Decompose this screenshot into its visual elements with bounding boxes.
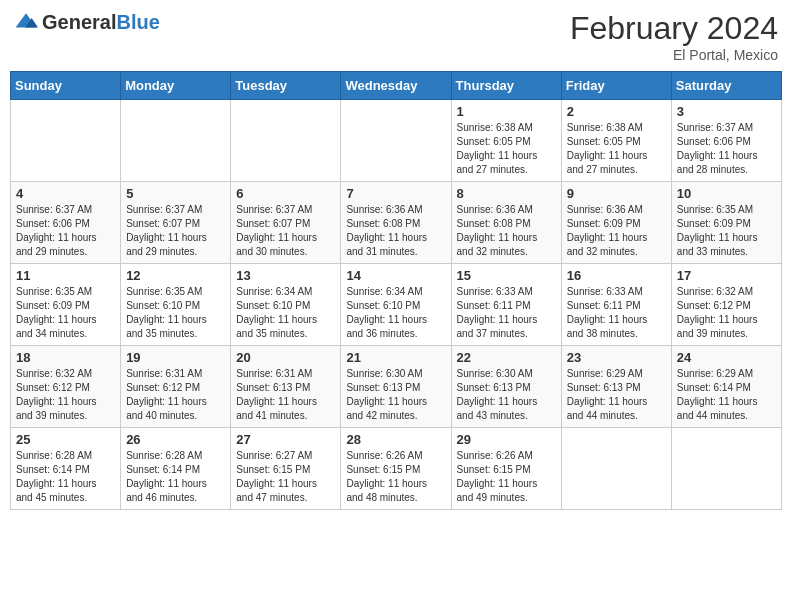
calendar-cell bbox=[11, 100, 121, 182]
day-number: 19 bbox=[126, 350, 225, 365]
day-info: Sunrise: 6:34 AM Sunset: 6:10 PM Dayligh… bbox=[346, 285, 445, 341]
day-number: 20 bbox=[236, 350, 335, 365]
day-info: Sunrise: 6:29 AM Sunset: 6:13 PM Dayligh… bbox=[567, 367, 666, 423]
day-number: 29 bbox=[457, 432, 556, 447]
location-title: El Portal, Mexico bbox=[570, 47, 778, 63]
calendar-week-row: 25Sunrise: 6:28 AM Sunset: 6:14 PM Dayli… bbox=[11, 428, 782, 510]
day-info: Sunrise: 6:36 AM Sunset: 6:09 PM Dayligh… bbox=[567, 203, 666, 259]
day-number: 26 bbox=[126, 432, 225, 447]
calendar-cell: 2Sunrise: 6:38 AM Sunset: 6:05 PM Daylig… bbox=[561, 100, 671, 182]
day-info: Sunrise: 6:29 AM Sunset: 6:14 PM Dayligh… bbox=[677, 367, 776, 423]
day-info: Sunrise: 6:35 AM Sunset: 6:10 PM Dayligh… bbox=[126, 285, 225, 341]
calendar-cell: 29Sunrise: 6:26 AM Sunset: 6:15 PM Dayli… bbox=[451, 428, 561, 510]
day-info: Sunrise: 6:32 AM Sunset: 6:12 PM Dayligh… bbox=[16, 367, 115, 423]
day-info: Sunrise: 6:31 AM Sunset: 6:12 PM Dayligh… bbox=[126, 367, 225, 423]
calendar-week-row: 11Sunrise: 6:35 AM Sunset: 6:09 PM Dayli… bbox=[11, 264, 782, 346]
day-info: Sunrise: 6:27 AM Sunset: 6:15 PM Dayligh… bbox=[236, 449, 335, 505]
day-number: 4 bbox=[16, 186, 115, 201]
day-number: 8 bbox=[457, 186, 556, 201]
calendar-week-row: 18Sunrise: 6:32 AM Sunset: 6:12 PM Dayli… bbox=[11, 346, 782, 428]
calendar-cell: 26Sunrise: 6:28 AM Sunset: 6:14 PM Dayli… bbox=[121, 428, 231, 510]
calendar-cell: 16Sunrise: 6:33 AM Sunset: 6:11 PM Dayli… bbox=[561, 264, 671, 346]
day-number: 17 bbox=[677, 268, 776, 283]
day-info: Sunrise: 6:38 AM Sunset: 6:05 PM Dayligh… bbox=[567, 121, 666, 177]
day-number: 7 bbox=[346, 186, 445, 201]
calendar-cell bbox=[341, 100, 451, 182]
calendar-cell: 13Sunrise: 6:34 AM Sunset: 6:10 PM Dayli… bbox=[231, 264, 341, 346]
calendar-cell: 28Sunrise: 6:26 AM Sunset: 6:15 PM Dayli… bbox=[341, 428, 451, 510]
day-of-week-header: Thursday bbox=[451, 72, 561, 100]
day-number: 13 bbox=[236, 268, 335, 283]
day-info: Sunrise: 6:37 AM Sunset: 6:06 PM Dayligh… bbox=[16, 203, 115, 259]
day-info: Sunrise: 6:35 AM Sunset: 6:09 PM Dayligh… bbox=[16, 285, 115, 341]
day-info: Sunrise: 6:28 AM Sunset: 6:14 PM Dayligh… bbox=[126, 449, 225, 505]
calendar-cell: 21Sunrise: 6:30 AM Sunset: 6:13 PM Dayli… bbox=[341, 346, 451, 428]
day-number: 6 bbox=[236, 186, 335, 201]
logo-text-blue: Blue bbox=[116, 11, 159, 33]
day-info: Sunrise: 6:35 AM Sunset: 6:09 PM Dayligh… bbox=[677, 203, 776, 259]
day-number: 3 bbox=[677, 104, 776, 119]
day-info: Sunrise: 6:26 AM Sunset: 6:15 PM Dayligh… bbox=[457, 449, 556, 505]
day-number: 1 bbox=[457, 104, 556, 119]
calendar-cell: 5Sunrise: 6:37 AM Sunset: 6:07 PM Daylig… bbox=[121, 182, 231, 264]
day-number: 27 bbox=[236, 432, 335, 447]
calendar-cell: 12Sunrise: 6:35 AM Sunset: 6:10 PM Dayli… bbox=[121, 264, 231, 346]
day-info: Sunrise: 6:33 AM Sunset: 6:11 PM Dayligh… bbox=[457, 285, 556, 341]
logo-icon bbox=[14, 10, 38, 34]
day-info: Sunrise: 6:36 AM Sunset: 6:08 PM Dayligh… bbox=[457, 203, 556, 259]
day-number: 2 bbox=[567, 104, 666, 119]
calendar-cell: 23Sunrise: 6:29 AM Sunset: 6:13 PM Dayli… bbox=[561, 346, 671, 428]
calendar-cell: 27Sunrise: 6:27 AM Sunset: 6:15 PM Dayli… bbox=[231, 428, 341, 510]
calendar-cell: 3Sunrise: 6:37 AM Sunset: 6:06 PM Daylig… bbox=[671, 100, 781, 182]
day-info: Sunrise: 6:36 AM Sunset: 6:08 PM Dayligh… bbox=[346, 203, 445, 259]
day-info: Sunrise: 6:32 AM Sunset: 6:12 PM Dayligh… bbox=[677, 285, 776, 341]
day-number: 23 bbox=[567, 350, 666, 365]
day-number: 5 bbox=[126, 186, 225, 201]
calendar-cell: 19Sunrise: 6:31 AM Sunset: 6:12 PM Dayli… bbox=[121, 346, 231, 428]
header: GeneralBlue February 2024 El Portal, Mex… bbox=[10, 10, 782, 63]
day-number: 25 bbox=[16, 432, 115, 447]
calendar-cell: 15Sunrise: 6:33 AM Sunset: 6:11 PM Dayli… bbox=[451, 264, 561, 346]
day-of-week-header: Friday bbox=[561, 72, 671, 100]
day-info: Sunrise: 6:38 AM Sunset: 6:05 PM Dayligh… bbox=[457, 121, 556, 177]
calendar-cell bbox=[231, 100, 341, 182]
calendar-cell: 17Sunrise: 6:32 AM Sunset: 6:12 PM Dayli… bbox=[671, 264, 781, 346]
day-number: 21 bbox=[346, 350, 445, 365]
calendar: SundayMondayTuesdayWednesdayThursdayFrid… bbox=[10, 71, 782, 510]
calendar-cell: 1Sunrise: 6:38 AM Sunset: 6:05 PM Daylig… bbox=[451, 100, 561, 182]
calendar-cell: 11Sunrise: 6:35 AM Sunset: 6:09 PM Dayli… bbox=[11, 264, 121, 346]
calendar-cell bbox=[121, 100, 231, 182]
day-number: 14 bbox=[346, 268, 445, 283]
day-of-week-header: Monday bbox=[121, 72, 231, 100]
calendar-week-row: 4Sunrise: 6:37 AM Sunset: 6:06 PM Daylig… bbox=[11, 182, 782, 264]
day-number: 9 bbox=[567, 186, 666, 201]
day-number: 24 bbox=[677, 350, 776, 365]
day-number: 15 bbox=[457, 268, 556, 283]
day-number: 11 bbox=[16, 268, 115, 283]
calendar-cell: 22Sunrise: 6:30 AM Sunset: 6:13 PM Dayli… bbox=[451, 346, 561, 428]
calendar-cell: 6Sunrise: 6:37 AM Sunset: 6:07 PM Daylig… bbox=[231, 182, 341, 264]
calendar-cell: 24Sunrise: 6:29 AM Sunset: 6:14 PM Dayli… bbox=[671, 346, 781, 428]
title-area: February 2024 El Portal, Mexico bbox=[570, 10, 778, 63]
day-of-week-header: Tuesday bbox=[231, 72, 341, 100]
calendar-cell: 25Sunrise: 6:28 AM Sunset: 6:14 PM Dayli… bbox=[11, 428, 121, 510]
day-info: Sunrise: 6:34 AM Sunset: 6:10 PM Dayligh… bbox=[236, 285, 335, 341]
calendar-cell: 14Sunrise: 6:34 AM Sunset: 6:10 PM Dayli… bbox=[341, 264, 451, 346]
day-number: 18 bbox=[16, 350, 115, 365]
day-info: Sunrise: 6:31 AM Sunset: 6:13 PM Dayligh… bbox=[236, 367, 335, 423]
logo-text-general: General bbox=[42, 11, 116, 33]
logo: GeneralBlue bbox=[14, 10, 160, 34]
month-title: February 2024 bbox=[570, 10, 778, 47]
day-info: Sunrise: 6:33 AM Sunset: 6:11 PM Dayligh… bbox=[567, 285, 666, 341]
day-info: Sunrise: 6:30 AM Sunset: 6:13 PM Dayligh… bbox=[346, 367, 445, 423]
day-info: Sunrise: 6:37 AM Sunset: 6:07 PM Dayligh… bbox=[126, 203, 225, 259]
day-of-week-header: Saturday bbox=[671, 72, 781, 100]
day-info: Sunrise: 6:30 AM Sunset: 6:13 PM Dayligh… bbox=[457, 367, 556, 423]
calendar-cell: 10Sunrise: 6:35 AM Sunset: 6:09 PM Dayli… bbox=[671, 182, 781, 264]
day-info: Sunrise: 6:37 AM Sunset: 6:07 PM Dayligh… bbox=[236, 203, 335, 259]
day-number: 12 bbox=[126, 268, 225, 283]
calendar-cell bbox=[671, 428, 781, 510]
calendar-cell: 4Sunrise: 6:37 AM Sunset: 6:06 PM Daylig… bbox=[11, 182, 121, 264]
calendar-cell bbox=[561, 428, 671, 510]
day-info: Sunrise: 6:37 AM Sunset: 6:06 PM Dayligh… bbox=[677, 121, 776, 177]
